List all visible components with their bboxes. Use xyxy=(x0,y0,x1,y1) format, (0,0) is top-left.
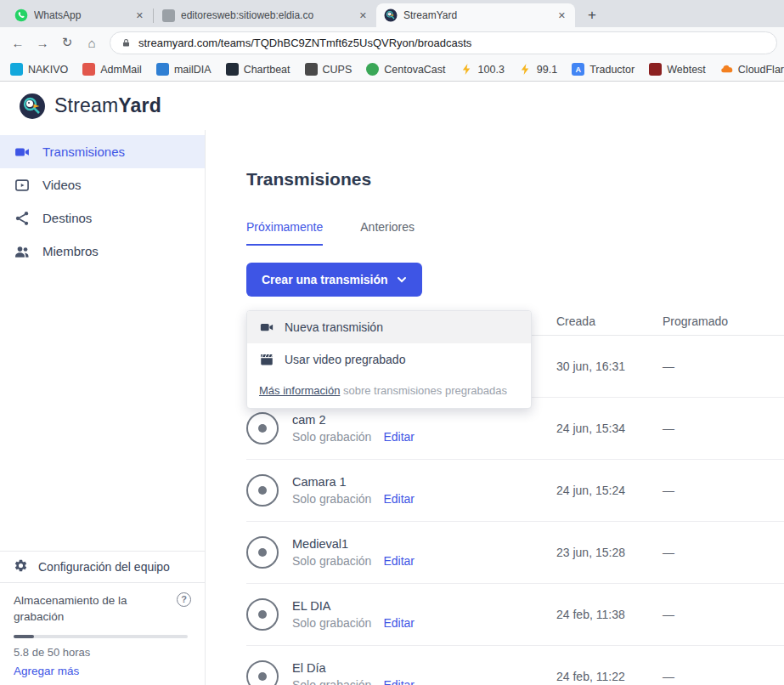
site-favicon xyxy=(162,9,175,22)
sidebar-item-configuracion[interactable]: Configuración del equipo xyxy=(0,551,205,582)
table-row[interactable]: EL DIA Solo grabaciónEditar 24 feb, 11:3… xyxy=(246,584,784,646)
editar-link[interactable]: Editar xyxy=(383,616,415,630)
address-bar[interactable]: streamyard.com/teams/TQDhBC9ZNTmft6z5UsQ… xyxy=(110,31,777,54)
table-row[interactable]: El Día Solo grabaciónEditar 24 feb, 11:2… xyxy=(246,646,784,685)
tab-title: StreamYard xyxy=(403,9,550,21)
streamyard-favicon xyxy=(384,8,398,22)
bookmark-cups[interactable]: CUPS xyxy=(305,63,353,76)
close-tab-icon[interactable]: ✕ xyxy=(358,8,369,23)
broadcast-title: Medieval1 xyxy=(292,537,415,551)
browser-toolbar: ← → ↻ ⌂ streamyard.com/teams/TQDhBC9ZNTm… xyxy=(0,27,784,58)
menu-item-label: Nueva transmisión xyxy=(285,320,383,334)
table-row[interactable]: Medieval1 Solo grabaciónEditar 23 jun, 1… xyxy=(246,522,784,584)
menu-item-video-pregrabado[interactable]: Usar video pregrabado xyxy=(247,343,531,376)
back-button[interactable]: ← xyxy=(7,31,29,54)
tab-proximamente[interactable]: Próximamente xyxy=(246,220,323,246)
bookmark-99-1[interactable]: 99.1 xyxy=(519,63,557,76)
admmail-favicon xyxy=(82,63,95,76)
sidebar-item-videos[interactable]: Videos xyxy=(0,168,205,201)
scheduled-cell: — xyxy=(663,359,784,373)
menu-footer: Más información sobre transmisiones preg… xyxy=(247,376,531,408)
tab-anteriores[interactable]: Anteriores xyxy=(360,220,415,246)
reload-button[interactable]: ↻ xyxy=(56,31,78,54)
browser-tab-whatsapp[interactable]: WhatsApp ✕ xyxy=(7,3,153,27)
editar-link[interactable]: Editar xyxy=(383,678,415,685)
create-dropdown-menu: Nueva transmisión Usar video pregrabado … xyxy=(246,310,532,409)
streamyard-duck-icon xyxy=(19,93,46,120)
close-tab-icon[interactable]: ✕ xyxy=(134,8,145,23)
settings-label: Configuración del equipo xyxy=(38,560,170,574)
created-cell: 24 feb, 11:22 xyxy=(556,670,663,683)
mas-informacion-link[interactable]: Más información xyxy=(259,384,340,397)
home-button[interactable]: ⌂ xyxy=(81,31,103,54)
bookmark-cloudflare[interactable]: CloudFlare xyxy=(720,63,784,76)
tab-strip: WhatsApp ✕ editoresweb:sitioweb:eldia.co… xyxy=(0,0,784,27)
created-cell: 30 jun, 16:31 xyxy=(556,359,663,373)
help-icon[interactable]: ? xyxy=(177,592,191,607)
created-cell: 24 jun, 15:24 xyxy=(556,484,663,497)
translate-favicon xyxy=(572,63,584,76)
streamyard-logo[interactable]: StreamYard xyxy=(19,93,161,120)
bookmark-nakivo[interactable]: NAKIVO xyxy=(10,63,68,76)
storage-label: Almacenamiento de la grabación xyxy=(14,592,149,626)
record-icon xyxy=(246,598,279,631)
bookmark-maildia[interactable]: mailDIA xyxy=(156,63,212,76)
forward-button[interactable]: → xyxy=(31,31,54,54)
maildia-favicon xyxy=(156,63,169,76)
editar-link[interactable]: Editar xyxy=(383,554,415,568)
scheduled-cell: — xyxy=(663,484,784,497)
tab-title: WhatsApp xyxy=(34,9,128,21)
bookmark-chartbeat[interactable]: Chartbeat xyxy=(226,63,290,76)
create-broadcast-label: Crear una transmisión xyxy=(262,273,388,286)
close-tab-icon[interactable]: ✕ xyxy=(556,8,567,23)
nakivo-favicon xyxy=(10,63,23,76)
bookmarks-bar: NAKIVO AdmMail mailDIA Chartbeat CUPS Ce… xyxy=(0,58,784,82)
new-tab-button[interactable]: + xyxy=(582,5,602,25)
sidebar-item-transmisiones[interactable]: Transmisiones xyxy=(0,135,205,168)
brand-wordmark: StreamYard xyxy=(54,94,161,117)
whatsapp-icon xyxy=(14,8,28,22)
sidebar: Transmisiones Videos Destinos Miembros xyxy=(0,130,206,685)
menu-item-nueva-transmision[interactable]: Nueva transmisión xyxy=(247,311,531,343)
sidebar-item-destinos[interactable]: Destinos xyxy=(0,201,205,235)
bookmark-label: 100.3 xyxy=(478,64,505,76)
scheduled-cell: — xyxy=(663,670,784,683)
bookmark-100-3[interactable]: 100.3 xyxy=(460,63,505,76)
created-cell: 24 feb, 11:38 xyxy=(556,608,663,621)
tab-title: editoresweb:sitioweb:eldia.co xyxy=(181,9,352,21)
browser-tab-editoresweb[interactable]: editoresweb:sitioweb:eldia.co ✕ xyxy=(154,3,376,27)
table-row[interactable]: Camara 1 Solo grabaciónEditar 24 jun, 15… xyxy=(246,460,784,522)
bookmark-traductor[interactable]: Traductor xyxy=(572,63,635,76)
browser-chrome: WhatsApp ✕ editoresweb:sitioweb:eldia.co… xyxy=(0,0,784,82)
app-header: StreamYard xyxy=(0,82,784,130)
camera-icon xyxy=(259,320,274,335)
storage-section: Almacenamiento de la grabación ? 5.8 de … xyxy=(0,582,205,685)
cups-favicon xyxy=(305,63,318,76)
gear-icon xyxy=(14,558,28,575)
broadcast-subtitle: Solo grabación xyxy=(292,554,371,568)
storage-usage-text: 5.8 de 50 horas xyxy=(14,646,191,659)
menu-item-label: Usar video pregrabado xyxy=(285,353,405,366)
bookmark-label: CloudFlare xyxy=(738,64,784,76)
scheduled-cell: — xyxy=(663,422,784,435)
menu-footer-text: sobre transmisiones pregrabadas xyxy=(340,384,507,397)
broadcast-subtitle: Solo grabación xyxy=(292,678,371,685)
chartbeat-favicon xyxy=(226,63,239,76)
created-cell: 23 jun, 15:28 xyxy=(556,546,663,559)
column-creada: Creada xyxy=(556,314,663,328)
bookmark-centovacast[interactable]: CentovaCast xyxy=(366,63,445,76)
browser-tab-streamyard[interactable]: StreamYard ✕ xyxy=(376,3,575,27)
people-icon xyxy=(14,243,31,260)
bookmark-webtest[interactable]: Webtest xyxy=(649,63,706,76)
bolt-favicon xyxy=(460,63,473,76)
record-icon xyxy=(246,474,279,507)
create-broadcast-button[interactable]: Crear una transmisión xyxy=(246,263,422,297)
cloudflare-favicon xyxy=(720,63,733,76)
editar-link[interactable]: Editar xyxy=(383,430,415,444)
editar-link[interactable]: Editar xyxy=(383,492,415,506)
add-storage-link[interactable]: Agregar más xyxy=(14,665,79,677)
bookmark-label: NAKIVO xyxy=(28,64,68,76)
sidebar-item-miembros[interactable]: Miembros xyxy=(0,235,205,268)
created-cell: 24 jun, 15:34 xyxy=(556,422,663,435)
bookmark-admmail[interactable]: AdmMail xyxy=(82,63,142,76)
